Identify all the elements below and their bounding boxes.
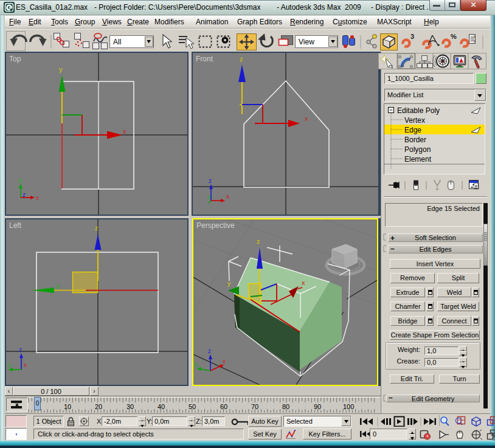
svg-text:Front: Front	[196, 55, 213, 63]
svg-text:z: z	[19, 346, 22, 353]
svg-text:y: y	[8, 362, 11, 368]
svg-text:x: x	[305, 115, 308, 122]
svg-text:Perspective: Perspective	[196, 221, 235, 230]
svg-text:y: y	[207, 193, 210, 200]
svg-text:y: y	[227, 280, 231, 287]
svg-text:100: 100	[343, 403, 354, 410]
svg-text:x: x	[302, 279, 305, 286]
svg-text:x: x	[36, 195, 39, 201]
svg-text:y: y	[59, 66, 63, 73]
svg-text:x: x	[123, 128, 126, 135]
svg-text:50: 50	[189, 403, 196, 410]
svg-text:z: z	[22, 191, 26, 198]
svg-text:Vertex: Vertex	[404, 116, 425, 125]
svg-text:z: z	[240, 55, 243, 63]
svg-text:70: 70	[251, 403, 258, 410]
svg-text:View: View	[299, 38, 314, 46]
svg-text:z: z	[95, 224, 99, 232]
svg-text:x: x	[223, 358, 226, 365]
svg-text:x: x	[24, 362, 27, 368]
svg-text:10: 10	[64, 403, 71, 410]
svg-text:Top: Top	[9, 55, 21, 63]
svg-text:40: 40	[158, 403, 165, 410]
svg-text:80: 80	[282, 403, 289, 410]
svg-text:z: z	[208, 348, 211, 354]
svg-text:30: 30	[126, 403, 134, 410]
svg-text:Editable Poly: Editable Poly	[397, 106, 440, 115]
svg-text:z: z	[257, 238, 260, 245]
svg-text:Element: Element	[404, 155, 432, 164]
svg-text:y: y	[19, 177, 22, 184]
svg-text:Edge: Edge	[404, 126, 421, 134]
svg-text:Border: Border	[404, 136, 426, 144]
svg-text:y: y	[195, 361, 198, 368]
svg-text:3: 3	[410, 33, 414, 40]
svg-text:90: 90	[314, 403, 321, 410]
svg-text:60: 60	[220, 403, 227, 410]
svg-text:x: x	[226, 193, 229, 200]
svg-text:%: %	[451, 33, 457, 40]
svg-text:Polygon: Polygon	[404, 145, 431, 154]
svg-text:y: y	[57, 282, 60, 289]
svg-text:z: z	[209, 177, 212, 184]
svg-text:All: All	[113, 38, 121, 46]
svg-text:Left: Left	[9, 221, 22, 230]
svg-text:20: 20	[95, 403, 102, 410]
